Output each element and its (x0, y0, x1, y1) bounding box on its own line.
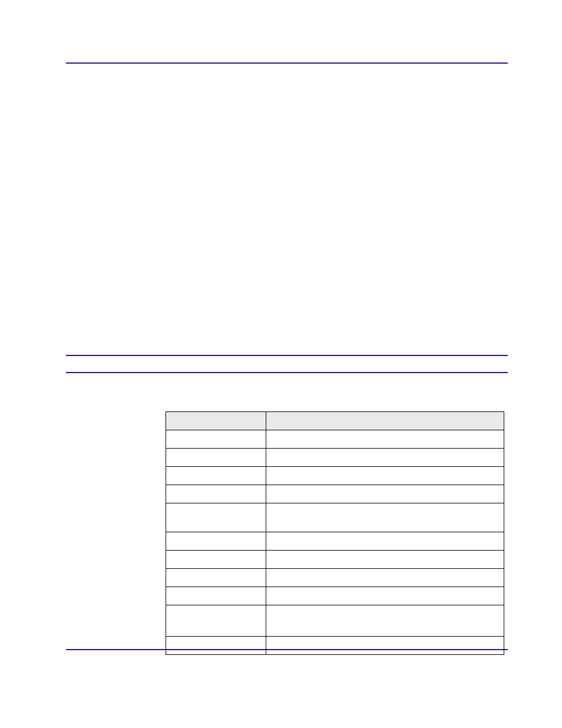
table-cell (266, 449, 504, 467)
table-header-cell (266, 412, 504, 430)
table-cell (166, 430, 266, 449)
table-row (166, 637, 504, 655)
table-cell (266, 503, 504, 532)
table-cell (266, 569, 504, 587)
table-cell (166, 449, 266, 467)
table-cell (166, 587, 266, 605)
table-row (166, 569, 504, 587)
table-cell (166, 551, 266, 569)
table-cell (166, 503, 266, 532)
table-cell (266, 605, 504, 637)
table-row (166, 467, 504, 485)
table-cell (266, 637, 504, 655)
table-row (166, 503, 504, 532)
table-row (166, 551, 504, 569)
table-row (166, 430, 504, 449)
table-row (166, 587, 504, 605)
table-cell (166, 605, 266, 637)
table-row (166, 485, 504, 503)
table-row (166, 605, 504, 637)
table-cell (266, 587, 504, 605)
table-cell (266, 430, 504, 449)
table-cell (166, 485, 266, 503)
table-cell (266, 532, 504, 551)
table-cell (266, 551, 504, 569)
table-cell (166, 637, 266, 655)
table-cell (166, 532, 266, 551)
horizontal-rule (66, 355, 508, 356)
table-cell (166, 569, 266, 587)
table-cell (266, 485, 504, 503)
data-table (166, 411, 504, 655)
table-cell (266, 467, 504, 485)
horizontal-rule (66, 62, 508, 64)
table-cell (166, 467, 266, 485)
table-row (166, 449, 504, 467)
document-page: { "rules": { "r1_top": 106, "r2_top": 60… (0, 0, 562, 728)
horizontal-rule (66, 372, 508, 373)
table-header-cell (166, 412, 266, 430)
table-header-row (166, 412, 504, 430)
table-row (166, 532, 504, 551)
